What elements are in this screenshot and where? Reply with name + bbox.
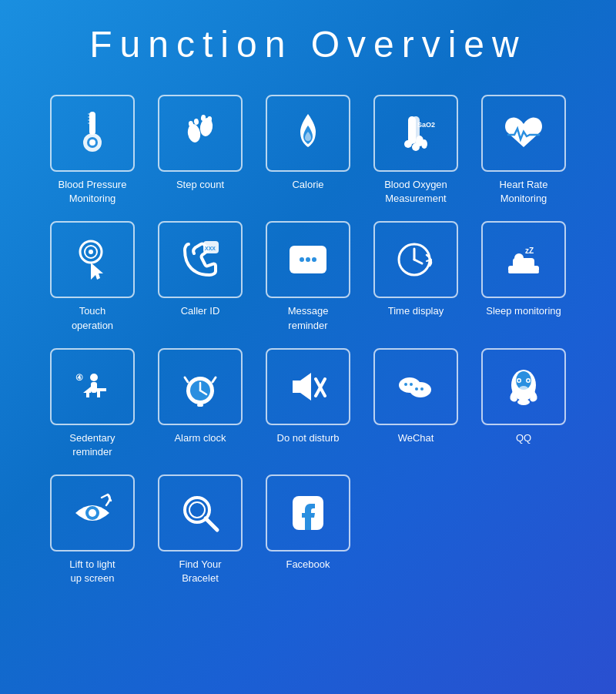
label-touch-operation: Touchoperation bbox=[72, 304, 113, 332]
label-lift-screen: Lift to lightup screen bbox=[69, 558, 115, 585]
label-heart-rate: Heart RateMonitoring bbox=[500, 178, 548, 206]
label-find-bracelet: Find YourBracelet bbox=[179, 558, 222, 585]
alarm-clock-icon bbox=[177, 364, 223, 410]
blood-pressure-icon bbox=[69, 110, 116, 156]
lift-screen-icon bbox=[69, 490, 116, 536]
svg-point-52 bbox=[410, 382, 431, 397]
icon-box-do-not-disturb bbox=[266, 348, 350, 425]
svg-point-66 bbox=[89, 509, 96, 517]
svg-point-29 bbox=[306, 257, 310, 262]
item-calorie: Calorie bbox=[254, 89, 362, 215]
svg-point-69 bbox=[189, 502, 205, 518]
item-blood-pressure: Blood PressureMonitoring bbox=[38, 89, 146, 215]
label-sedentary-reminder: Sedentaryreminder bbox=[69, 431, 115, 459]
icon-box-time-display bbox=[373, 221, 458, 298]
touch-operation-icon bbox=[69, 236, 116, 283]
label-caller-id: Caller ID bbox=[181, 304, 220, 318]
svg-point-63 bbox=[519, 386, 528, 392]
svg-point-28 bbox=[300, 257, 304, 262]
label-qq: QQ bbox=[516, 431, 531, 445]
svg-point-11 bbox=[193, 119, 199, 126]
svg-point-9 bbox=[199, 117, 214, 137]
function-grid: Blood PressureMonitoring Step count bbox=[0, 81, 616, 603]
label-do-not-disturb: Do not disturb bbox=[277, 431, 340, 445]
icon-box-wechat bbox=[373, 348, 458, 425]
icon-box-sleep-monitoring: zZ bbox=[481, 221, 566, 298]
page-title: Function Overview bbox=[0, 0, 616, 81]
item-message-reminder: Messagereminder bbox=[254, 215, 362, 341]
item-caller-id: XXX Caller ID bbox=[146, 215, 254, 341]
svg-rect-7 bbox=[88, 122, 91, 124]
item-sleep-monitoring: zZ Sleep monitoring bbox=[470, 215, 578, 341]
svg-rect-35 bbox=[508, 270, 539, 273]
label-alarm-clock: Alarm clock bbox=[174, 431, 226, 445]
facebook-icon bbox=[285, 490, 331, 536]
time-display-icon bbox=[393, 236, 439, 283]
item-wechat: WeChat bbox=[362, 342, 470, 468]
item-find-bracelet: Find YourBracelet bbox=[146, 468, 254, 595]
icon-box-blood-pressure bbox=[50, 95, 135, 172]
item-qq: QQ bbox=[470, 342, 578, 468]
svg-text:④: ④ bbox=[75, 373, 83, 382]
svg-point-23 bbox=[89, 250, 93, 254]
qq-icon bbox=[500, 364, 547, 410]
svg-line-33 bbox=[414, 260, 422, 263]
svg-point-37 bbox=[514, 253, 524, 263]
wechat-icon bbox=[393, 364, 439, 410]
label-wechat: WeChat bbox=[398, 431, 434, 445]
do-not-disturb-icon bbox=[285, 364, 331, 410]
svg-line-68 bbox=[206, 518, 217, 530]
svg-rect-6 bbox=[88, 119, 91, 121]
label-blood-pressure: Blood PressureMonitoring bbox=[59, 178, 127, 206]
label-calorie: Calorie bbox=[292, 178, 323, 192]
icon-box-caller-id: XXX bbox=[158, 221, 243, 298]
caller-id-icon: XXX bbox=[177, 236, 223, 283]
item-touch-operation: Touchoperation bbox=[38, 215, 146, 341]
sedentary-reminder-icon: ④ bbox=[69, 364, 116, 410]
svg-point-61 bbox=[518, 379, 521, 381]
item-step-count: Step count bbox=[146, 89, 254, 215]
item-blood-oxygen: SaO2 Blood OxygenMeasurement bbox=[362, 89, 470, 215]
item-sedentary-reminder: ④ Sedentaryreminder bbox=[38, 342, 146, 468]
svg-point-53 bbox=[404, 383, 407, 386]
icon-box-qq bbox=[481, 348, 566, 425]
label-sleep-monitoring: Sleep monitoring bbox=[486, 304, 561, 318]
svg-point-16 bbox=[404, 140, 412, 148]
find-bracelet-icon bbox=[177, 490, 223, 536]
svg-point-62 bbox=[527, 379, 530, 381]
label-blood-oxygen: Blood OxygenMeasurement bbox=[384, 178, 447, 206]
svg-point-40 bbox=[90, 374, 98, 381]
item-heart-rate: Heart RateMonitoring bbox=[470, 89, 578, 215]
icon-box-sedentary-reminder: ④ bbox=[50, 348, 135, 425]
heart-rate-icon bbox=[500, 110, 547, 156]
svg-point-56 bbox=[420, 387, 424, 391]
calorie-icon bbox=[285, 110, 331, 156]
icon-box-blood-oxygen: SaO2 bbox=[373, 95, 458, 172]
svg-point-64 bbox=[517, 399, 530, 405]
icon-box-facebook bbox=[266, 474, 350, 552]
svg-point-20 bbox=[421, 139, 427, 149]
svg-point-54 bbox=[410, 383, 413, 386]
svg-rect-47 bbox=[197, 404, 203, 407]
svg-point-30 bbox=[312, 257, 316, 262]
blood-oxygen-icon: SaO2 bbox=[393, 110, 439, 156]
label-time-display: Time display bbox=[388, 304, 444, 318]
item-lift-screen: Lift to lightup screen bbox=[38, 468, 146, 595]
label-facebook: Facebook bbox=[286, 558, 330, 572]
sleep-monitoring-icon: zZ bbox=[500, 236, 547, 283]
icon-box-lift-screen bbox=[50, 474, 135, 552]
svg-point-55 bbox=[415, 387, 418, 391]
label-message-reminder: Messagereminder bbox=[288, 304, 329, 332]
icon-box-calorie bbox=[266, 95, 350, 172]
icon-box-find-bracelet bbox=[158, 474, 243, 552]
icon-box-message-reminder bbox=[266, 221, 350, 298]
svg-rect-41 bbox=[91, 382, 97, 393]
svg-rect-4 bbox=[88, 113, 91, 115]
svg-text:zZ: zZ bbox=[525, 246, 534, 255]
svg-point-3 bbox=[89, 139, 95, 146]
svg-rect-5 bbox=[88, 116, 91, 118]
item-do-not-disturb: Do not disturb bbox=[254, 342, 362, 468]
icon-box-step-count bbox=[158, 95, 243, 172]
svg-marker-48 bbox=[293, 373, 311, 401]
item-facebook: Facebook bbox=[254, 468, 362, 595]
